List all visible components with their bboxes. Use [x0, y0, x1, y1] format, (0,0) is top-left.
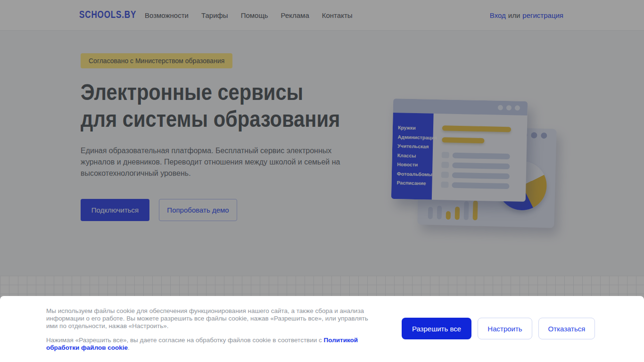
- cookie-buttons: Разрешить все Настроить Отказаться: [402, 318, 595, 339]
- cookie-paragraph-2: Нажимая «Разрешить все», вы даете соглас…: [46, 337, 384, 352]
- configure-button[interactable]: Настроить: [478, 318, 532, 339]
- decline-button[interactable]: Отказаться: [538, 318, 595, 339]
- page: SCHOOLS.BY Возможности Тарифы Помощь Рек…: [0, 0, 644, 362]
- allow-all-button[interactable]: Разрешить все: [402, 318, 471, 339]
- cookie-paragraph-2-suffix: .: [128, 344, 130, 351]
- cookie-text: Мы используем файлы cookie для обеспечен…: [46, 307, 384, 352]
- cookie-banner: Мы используем файлы cookie для обеспечен…: [0, 296, 644, 362]
- cookie-paragraph-2-prefix: Нажимая «Разрешить все», вы даете соглас…: [46, 337, 324, 344]
- cookie-paragraph-1: Мы используем файлы cookie для обеспечен…: [46, 307, 384, 330]
